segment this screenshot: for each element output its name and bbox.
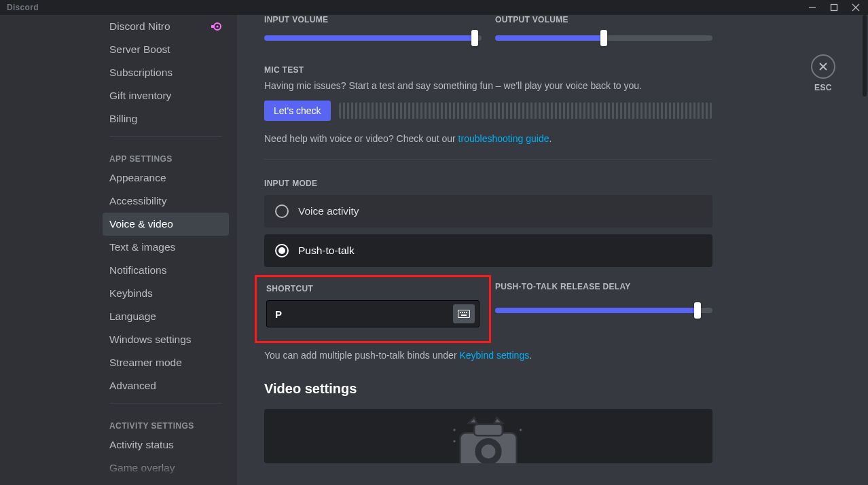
video-settings-header: Video settings (264, 381, 712, 397)
sidebar-item[interactable]: Subscriptions (103, 61, 229, 84)
input-mode-header: INPUT MODE (264, 179, 712, 188)
sidebar-item[interactable]: Game overlay (103, 456, 229, 480)
mic-test-button[interactable]: Let's check (264, 101, 331, 121)
sidebar-item[interactable]: Gift inventory (103, 84, 229, 107)
sidebar-group-header: ACTIVITY SETTINGS (103, 409, 229, 433)
svg-point-15 (480, 444, 496, 459)
mic-level-meter (339, 103, 712, 119)
sidebar-item-label: Server Boost (109, 43, 170, 56)
sidebar-item[interactable]: Appearance (103, 166, 229, 190)
mic-test-header: MIC TEST (264, 65, 712, 75)
radio-icon (275, 204, 289, 218)
shortcut-header: SHORTCUT (266, 284, 480, 293)
svg-point-5 (216, 25, 218, 27)
ptt-delay-header: PUSH-TO-TALK RELEASE DELAY (495, 282, 712, 291)
sidebar-item-label: Gift inventory (109, 89, 171, 103)
output-volume-label: OUTPUT VOLUME (495, 15, 712, 24)
input-mode-push-to-talk[interactable]: Push-to-talk (264, 234, 712, 267)
sidebar-item-label: Windows settings (109, 333, 192, 346)
svg-rect-11 (461, 315, 467, 316)
input-mode-voice-activity[interactable]: Voice activity (264, 195, 712, 228)
sidebar-item-label: Billing (109, 112, 137, 126)
sidebar-item-label: Keybinds (109, 287, 153, 300)
svg-rect-13 (474, 425, 503, 436)
camera-placeholder-icon (434, 413, 543, 463)
sidebar-item-label: Language (109, 310, 156, 323)
sidebar-item-label: Voice & video (109, 217, 173, 231)
sidebar-item[interactable]: Activity status (103, 433, 229, 456)
volume-sliders-partial: INPUT VOLUME OUTPUT VOLUME (264, 15, 712, 24)
sidebar-item[interactable]: Keybinds (103, 282, 229, 305)
svg-rect-7 (460, 312, 461, 313)
sidebar-item-label: Advanced (109, 379, 156, 393)
sidebar-item[interactable]: Discord Nitro (103, 15, 229, 38)
sidebar-item[interactable]: Language (103, 305, 229, 328)
sidebar-item[interactable]: Text & images (103, 236, 229, 259)
close-settings: ESC (811, 54, 835, 92)
app-brand: Discord (7, 3, 39, 12)
output-volume-slider[interactable] (495, 30, 712, 46)
sidebar-item[interactable]: Windows settings (103, 328, 229, 351)
titlebar: Discord (0, 0, 868, 15)
sidebar-item[interactable]: Streamer mode (103, 351, 229, 374)
sidebar-item-label: Discord Nitro (109, 20, 170, 33)
sidebar-item-label: Notifications (109, 264, 166, 277)
ptt-release-delay-slider[interactable] (495, 302, 712, 319)
sidebar-divider (109, 136, 222, 137)
input-volume-slider[interactable] (264, 30, 482, 46)
video-preview-placeholder[interactable] (264, 409, 712, 463)
svg-rect-6 (458, 310, 470, 318)
sidebar-item[interactable]: Advanced (103, 374, 229, 397)
sidebar-item-label: Activity status (109, 438, 174, 452)
voice-help-text: Need help with voice or video? Check out… (264, 133, 712, 144)
close-window-button[interactable] (846, 0, 865, 15)
svg-rect-1 (831, 5, 837, 11)
close-icon (818, 61, 829, 72)
sidebar-item-label: Accessibility (109, 194, 166, 208)
nitro-badge-icon (210, 22, 222, 31)
sidebar-item[interactable]: Voice & video (103, 213, 229, 236)
scrollbar-thumb[interactable] (863, 15, 867, 96)
sidebar-item-label: Subscriptions (109, 66, 173, 79)
keyboard-icon-button[interactable] (453, 304, 475, 323)
svg-rect-8 (462, 312, 463, 313)
svg-point-16 (453, 440, 455, 442)
settings-sidebar: Discord NitroServer BoostSubscriptionsGi… (0, 15, 237, 485)
sidebar-group-header: APP SETTINGS (103, 142, 229, 166)
keybind-settings-link[interactable]: Keybind settings (459, 350, 529, 361)
radio-label: Voice activity (298, 205, 359, 217)
sidebar-item-label: Game overlay (109, 461, 175, 475)
maximize-button[interactable] (825, 0, 844, 15)
keyboard-icon (458, 310, 470, 318)
sidebar-item[interactable]: Accessibility (103, 190, 229, 213)
sidebar-item-label: Text & images (109, 240, 175, 254)
mic-test-description: Having mic issues? Start a test and say … (264, 80, 712, 91)
shortcut-input[interactable]: P (266, 300, 480, 327)
window-controls (803, 0, 865, 15)
ptt-binds-note: You can add multiple push-to-talk binds … (264, 350, 712, 361)
esc-label: ESC (814, 83, 832, 92)
sidebar-item[interactable]: Notifications (103, 259, 229, 282)
input-volume-label: INPUT VOLUME (264, 15, 482, 24)
close-settings-button[interactable] (811, 54, 835, 79)
sidebar-item-label: Appearance (109, 171, 166, 185)
radio-label: Push-to-talk (298, 245, 355, 257)
svg-rect-9 (464, 312, 465, 313)
settings-content: INPUT VOLUME OUTPUT VOLUME (237, 15, 740, 485)
divider (264, 159, 712, 160)
radio-icon (275, 244, 289, 257)
svg-rect-10 (466, 312, 467, 313)
sidebar-item[interactable]: Server Boost (103, 38, 229, 61)
shortcut-section-highlight: SHORTCUT P (255, 275, 491, 343)
minimize-button[interactable] (803, 0, 822, 15)
sidebar-item-label: Streamer mode (109, 356, 182, 370)
sidebar-item[interactable]: Billing (103, 107, 229, 130)
troubleshooting-link[interactable]: troubleshooting guide (458, 133, 549, 144)
shortcut-value: P (275, 308, 282, 320)
sidebar-divider (109, 403, 222, 403)
